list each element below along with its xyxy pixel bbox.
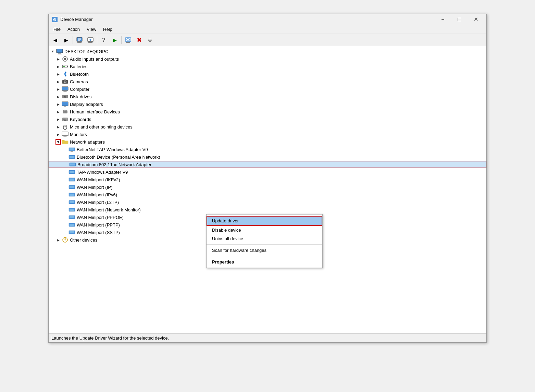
menu-help[interactable]: Help — [100, 26, 116, 33]
monitors-label: Monitors — [70, 132, 87, 137]
display-expand-icon[interactable]: ▶ — [55, 101, 61, 107]
tree-item-wan-l2tp[interactable]: WAN Miniport (L2TP) — [49, 198, 486, 206]
monitors-icon — [62, 131, 69, 138]
menu-view[interactable]: View — [83, 26, 100, 33]
tree-item-disk[interactable]: ▶ Disk drives — [49, 93, 486, 100]
betternet-spacer — [62, 147, 68, 152]
bluetooth-icon — [62, 71, 69, 77]
run-button[interactable]: ▶ — [110, 35, 120, 45]
root-expand-icon[interactable]: ▼ — [50, 49, 55, 54]
other-expand-icon[interactable]: ▶ — [55, 237, 61, 243]
menu-action[interactable]: Action — [64, 26, 83, 33]
help-button[interactable]: ? — [99, 35, 109, 45]
svg-rect-47 — [64, 120, 65, 120]
tree-item-bluetooth[interactable]: ▶ Bluetooth — [49, 70, 486, 78]
svg-rect-28 — [62, 87, 68, 90]
wan-l2tp-label: WAN Miniport (L2TP) — [77, 200, 119, 205]
ctx-disable-device[interactable]: Disable device — [207, 226, 322, 234]
svg-rect-38 — [64, 110, 65, 111]
svg-point-33 — [65, 96, 65, 97]
tree-item-wan-netmon[interactable]: WAN Miniport (Network Monitor) — [49, 206, 486, 213]
tree-item-mice[interactable]: ▶ Mice and other pointing devices — [49, 123, 486, 131]
wan-ikev2-icon — [69, 176, 75, 183]
tree-item-display[interactable]: ▶ Display adapters — [49, 100, 486, 108]
back-button[interactable]: ◀ — [50, 35, 60, 45]
audio-expand-icon[interactable]: ▶ — [55, 56, 61, 62]
root-label: DESKTOP-4FQKGPC — [64, 49, 108, 54]
tree-item-network[interactable]: ▼ Network adapters — [49, 138, 486, 146]
disk-icon — [62, 93, 69, 100]
monitors-expand-icon[interactable]: ▶ — [55, 132, 61, 137]
svg-rect-45 — [67, 119, 67, 119]
svg-point-53 — [65, 126, 66, 127]
bluetooth-expand-icon[interactable]: ▶ — [55, 71, 61, 77]
ctx-sep-2 — [207, 256, 322, 256]
svg-rect-15 — [58, 53, 61, 54]
tree-item-hid[interactable]: ▶ Human Interface Devices — [49, 108, 486, 115]
close-button[interactable]: ✕ — [468, 14, 484, 25]
svg-rect-22 — [63, 66, 65, 67]
tree-item-audio[interactable]: ▶ Audio inputs and outputs — [49, 55, 486, 63]
network-expand-icon[interactable]: ▼ — [55, 139, 61, 145]
disk-expand-icon[interactable]: ▶ — [55, 94, 61, 99]
tree-item-bt-network[interactable]: Bluetooth Device (Personal Area Network) — [49, 153, 486, 161]
download-button[interactable]: ⊕ — [145, 35, 155, 45]
cameras-expand-icon[interactable]: ▶ — [55, 79, 61, 84]
update-driver-button[interactable] — [85, 35, 96, 45]
bt-network-label: Bluetooth Device (Personal Area Network) — [77, 155, 160, 160]
tree-item-wan-ipv6[interactable]: WAN Miniport (IPv6) — [49, 191, 486, 198]
svg-rect-61 — [70, 156, 74, 158]
mice-expand-icon[interactable]: ▶ — [55, 124, 61, 130]
svg-rect-46 — [63, 120, 64, 120]
ctx-properties[interactable]: Properties — [207, 258, 322, 266]
keyboards-label: Keyboards — [70, 117, 91, 122]
tree-item-cameras[interactable]: ▶ Cameras — [49, 78, 486, 85]
main-content: ▼ DESKTOP-4FQKGPC ▶ — [49, 46, 486, 333]
disk-label: Disk drives — [70, 94, 92, 99]
maximize-button[interactable]: □ — [451, 14, 467, 25]
tree-item-broadcom[interactable]: Broadcom 802.11ac Network Adapter — [49, 161, 486, 168]
other-icon: ? — [62, 236, 69, 243]
tree-item-tap[interactable]: TAP-Windows Adapter V9 — [49, 168, 486, 176]
ctx-sep-1 — [207, 244, 322, 245]
computer-expand-icon[interactable]: ▶ — [55, 86, 61, 92]
ctx-uninstall-device[interactable]: Uninstall device — [207, 234, 322, 243]
toolbar: ◀ ▶ ? ▶ — [49, 34, 486, 46]
computer-icon — [56, 48, 63, 55]
tree-root[interactable]: ▼ DESKTOP-4FQKGPC — [49, 48, 486, 55]
tree-item-computer[interactable]: ▶ Computer — [49, 85, 486, 93]
tree-item-keyboards[interactable]: ▶ Keyboards — [49, 115, 486, 123]
wan-netmon-label: WAN Miniport (Network Monitor) — [77, 207, 141, 212]
toolbar-sep-1 — [73, 36, 73, 44]
hid-expand-icon[interactable]: ▶ — [55, 109, 61, 114]
forward-button[interactable]: ▶ — [61, 35, 71, 45]
svg-rect-75 — [70, 209, 74, 211]
broadcom-spacer — [63, 162, 69, 167]
svg-rect-8 — [88, 42, 92, 43]
bt-network-icon — [69, 154, 75, 160]
tree-item-monitors[interactable]: ▶ Monitors — [49, 131, 486, 138]
svg-rect-39 — [65, 110, 66, 111]
minimize-button[interactable]: − — [435, 14, 451, 25]
wan-ipv6-icon — [69, 191, 75, 198]
tree-view[interactable]: ▼ DESKTOP-4FQKGPC ▶ — [49, 46, 486, 333]
scan-button[interactable] — [123, 35, 133, 45]
tree-item-batteries[interactable]: ▶ Batteries — [49, 63, 486, 70]
wan-pptp-icon — [69, 221, 75, 228]
ctx-scan-hardware[interactable]: Scan for hardware changes — [207, 246, 322, 255]
keyboards-expand-icon[interactable]: ▶ — [55, 117, 61, 122]
ctx-update-driver[interactable]: Update driver — [207, 216, 322, 226]
menu-file[interactable]: File — [50, 26, 64, 33]
tree-item-wan-ip[interactable]: WAN Miniport (IP) — [49, 183, 486, 191]
svg-rect-36 — [63, 107, 67, 107]
error-button[interactable]: ✖ — [134, 35, 144, 45]
wan-ip-label: WAN Miniport (IP) — [77, 185, 112, 190]
bluetooth-label: Bluetooth — [70, 72, 89, 77]
batteries-expand-icon[interactable]: ▶ — [55, 64, 61, 69]
wan-l2tp-icon — [69, 199, 75, 206]
computer-icon-2 — [62, 86, 69, 93]
tree-item-wan-ikev2[interactable]: WAN Miniport (IKEv2) — [49, 176, 486, 183]
properties-button[interactable] — [74, 35, 85, 45]
tree-item-betternet[interactable]: BetterNet TAP-Windows Adapter V9 — [49, 146, 486, 153]
wan-netmon-icon — [69, 206, 75, 213]
